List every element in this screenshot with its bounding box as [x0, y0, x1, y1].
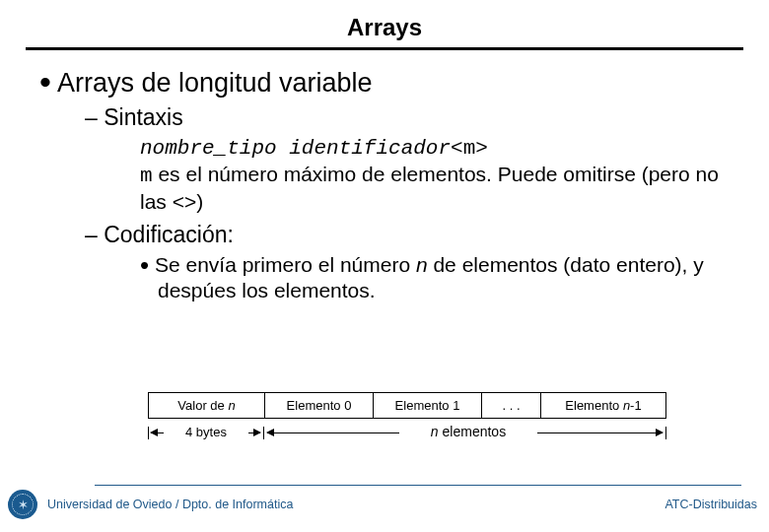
content-area: • Arrays de longitud variable – Sintaxis…: [0, 50, 769, 303]
bullet1-text: Arrays de longitud variable: [57, 68, 373, 98]
footer-right: ATC-Distribuidas: [664, 498, 761, 511]
syntax-gt: >: [475, 137, 488, 160]
encoding-diagram: Valor de n Elemento 0 Elemento 1 . . . E…: [148, 392, 739, 452]
syntax-m: m: [463, 137, 476, 160]
coding-point-n: n: [416, 253, 428, 276]
syntax-code-prefix: nombre_tipo identificador: [140, 137, 451, 160]
tick-icon: [263, 427, 264, 439]
cell-elast-pre: Elemento: [565, 398, 623, 413]
bullet-dot-icon: •: [140, 250, 149, 280]
label-n-elements: n elementos: [399, 424, 537, 439]
diagram-cell-elast: Elemento n-1: [540, 392, 666, 419]
diagram-annotations: 4 bytes n elementos: [148, 423, 739, 452]
syntax-explain: m es el número máximo de elementos. Pued…: [140, 162, 749, 216]
syntax-heading-text: Sintaxis: [104, 104, 183, 130]
coding-point: • Se envía primero el número n de elemen…: [140, 252, 749, 304]
syntax-lt: <: [451, 137, 463, 160]
cell-valor-pre: Valor de: [177, 398, 228, 413]
cell-elast-suf: -1: [630, 398, 642, 413]
diagram-cell-valor: Valor de n: [148, 392, 264, 419]
slide-title: Arrays: [0, 0, 769, 47]
diagram-cell-e1: Elemento 1: [373, 392, 481, 419]
cell-valor-n: n: [228, 398, 235, 413]
coding-heading: – Codificación:: [85, 222, 749, 248]
syntax-heading: – Sintaxis: [85, 104, 749, 131]
tick-icon: [665, 427, 666, 439]
label-n-elements-rest: elementos: [439, 424, 506, 439]
syntax-explain-rest: es el número máximo de elementos. Puede …: [140, 163, 719, 213]
coding-heading-text: Codificación:: [104, 222, 234, 247]
diagram-row: Valor de n Elemento 0 Elemento 1 . . . E…: [148, 392, 739, 419]
tick-icon: [148, 427, 149, 439]
label-n-elements-n: n: [431, 424, 439, 439]
label-4bytes: 4 bytes: [164, 425, 248, 439]
diagram-cell-e0: Elemento 0: [264, 392, 373, 419]
bullet-level-1: • Arrays de longitud variable: [39, 68, 749, 99]
syntax-explain-m: m: [140, 165, 153, 187]
footer-left: Universidad de Oviedo / Dpto. de Informá…: [8, 490, 293, 519]
bullet-dot-icon: •: [39, 63, 51, 100]
syntax-code: nombre_tipo identificador<m>: [140, 135, 749, 160]
footer-left-text: Universidad de Oviedo / Dpto. de Informá…: [47, 498, 293, 511]
university-logo-icon: [8, 490, 37, 519]
footer: Universidad de Oviedo / Dpto. de Informá…: [0, 485, 769, 532]
coding-point-a: Se envía primero el número: [155, 253, 416, 276]
diagram-cell-dots: . . .: [481, 392, 540, 419]
